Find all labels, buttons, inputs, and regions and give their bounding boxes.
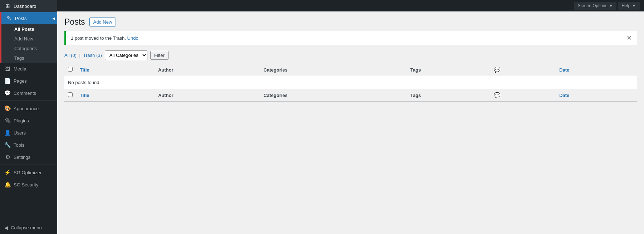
- header-categories: Categories: [260, 64, 407, 76]
- table-body: No posts found.: [64, 76, 637, 89]
- sidebar-item-pages[interactable]: 📄 Pages: [0, 75, 57, 87]
- footer-title: Title: [76, 89, 155, 102]
- notice-close-button[interactable]: ✕: [626, 35, 632, 41]
- title-sort-link[interactable]: Title: [80, 67, 89, 73]
- collapse-label: Collapse menu: [11, 225, 42, 230]
- screen-options-button[interactable]: Screen Options ▼: [574, 2, 617, 10]
- content-area: Posts Add New 1 post moved to the Trash.…: [57, 11, 644, 234]
- sidebar-item-appearance[interactable]: 🎨 Appearance: [0, 102, 57, 114]
- topbar: Screen Options ▼ Help ▼: [57, 0, 644, 11]
- sidebar-subitem-add-new[interactable]: Add New: [1, 34, 57, 44]
- title-sort-footer-link[interactable]: Title: [80, 93, 89, 98]
- header-tags: Tags: [407, 64, 490, 76]
- select-all-checkbox[interactable]: [68, 67, 73, 72]
- comment-column-footer-icon: 💬: [494, 92, 501, 98]
- plugins-icon: 🔌: [4, 117, 11, 124]
- notice-message: 1 post moved to the Trash.: [71, 35, 126, 41]
- sidebar-divider-2: [0, 165, 57, 165]
- sidebar-item-label: SG Optimizer: [14, 170, 42, 175]
- add-new-button[interactable]: Add New: [89, 18, 116, 26]
- footer-comments: 💬: [490, 89, 556, 102]
- help-button[interactable]: Help ▼: [618, 2, 640, 10]
- page-title: Posts: [64, 17, 85, 27]
- undo-link[interactable]: Undo: [127, 35, 138, 41]
- main-content: Screen Options ▼ Help ▼ Posts Add New 1 …: [57, 0, 644, 234]
- no-posts-row: No posts found.: [64, 76, 637, 89]
- sg-optimizer-icon: ⚡: [4, 169, 11, 176]
- help-arrow-icon: ▼: [632, 3, 636, 8]
- sidebar-item-comments[interactable]: 💬 Comments: [0, 87, 57, 99]
- header-author: Author: [155, 64, 260, 76]
- sidebar-subitem-categories[interactable]: Categories: [1, 44, 57, 53]
- posts-section: ✎ Posts ◀ All Posts Add New Categories T…: [0, 12, 57, 63]
- sidebar-item-label: Media: [14, 66, 26, 72]
- appearance-icon: 🎨: [4, 105, 11, 112]
- sidebar-item-sg-optimizer[interactable]: ⚡ SG Optimizer: [0, 166, 57, 179]
- trash-notice: 1 post moved to the Trash. Undo ✕: [64, 31, 637, 45]
- media-icon: 🖼: [4, 66, 11, 72]
- sidebar-item-label: Appearance: [14, 106, 39, 111]
- category-select[interactable]: All Categories: [105, 50, 147, 60]
- table-footer-row: Title Author Categories Tags 💬 Date: [64, 89, 637, 102]
- footer-checkbox-col: [64, 89, 76, 102]
- sidebar-item-media[interactable]: 🖼 Media: [0, 63, 57, 75]
- header-date: Date: [556, 64, 637, 76]
- sidebar-item-label: Dashboard: [14, 4, 36, 9]
- sidebar-item-label: Users: [14, 130, 26, 136]
- sidebar-item-dashboard[interactable]: ⊞ Dashboard: [0, 0, 57, 12]
- sidebar-item-label: Pages: [14, 78, 27, 84]
- sidebar-item-sg-security[interactable]: 🔔 SG Security: [0, 179, 57, 191]
- sidebar-item-label: Plugins: [14, 118, 29, 123]
- notice-text: 1 post moved to the Trash. Undo: [71, 35, 138, 41]
- sidebar-item-label: Tools: [14, 142, 24, 148]
- posts-icon: ✎: [6, 15, 12, 21]
- header-comments: 💬: [490, 64, 556, 76]
- settings-icon: ⚙: [4, 154, 11, 160]
- sidebar-item-posts[interactable]: ✎ Posts ◀: [1, 12, 57, 24]
- sg-security-icon: 🔔: [4, 181, 11, 188]
- posts-table: Title Author Categories Tags 💬 Date No p…: [64, 64, 637, 102]
- footer-date: Date: [556, 89, 637, 102]
- posts-submenu: All Posts Add New Categories Tags: [1, 24, 57, 63]
- header-checkbox-col: [64, 64, 76, 76]
- filter-link-all[interactable]: All (0): [64, 53, 77, 58]
- pages-icon: 📄: [4, 78, 11, 84]
- dashboard-icon: ⊞: [4, 3, 11, 9]
- sidebar-subitem-tags[interactable]: Tags: [1, 53, 57, 63]
- table-footer: Title Author Categories Tags 💬 Date: [64, 89, 637, 102]
- table-header-row: Title Author Categories Tags 💬 Date: [64, 64, 637, 76]
- sidebar-divider-1: [0, 101, 57, 101]
- posts-arrow-icon: ◀: [52, 16, 55, 20]
- sidebar-item-label: SG Security: [14, 182, 38, 187]
- sidebar: ⊞ Dashboard ✎ Posts ◀ All Posts Add New …: [0, 0, 57, 234]
- filter-link-trash[interactable]: Trash (3): [83, 53, 102, 58]
- collapse-menu[interactable]: ◀ Collapse menu: [0, 221, 57, 234]
- select-all-footer-checkbox[interactable]: [68, 92, 73, 97]
- sidebar-item-users[interactable]: 👤 Users: [0, 127, 57, 139]
- date-sort-footer-link[interactable]: Date: [559, 93, 569, 98]
- users-icon: 👤: [4, 130, 11, 136]
- table-header: Title Author Categories Tags 💬 Date: [64, 64, 637, 76]
- comment-column-icon: 💬: [494, 67, 501, 73]
- filters-row: All (0) | Trash (3) All Categories Filte…: [64, 50, 637, 60]
- sidebar-item-settings[interactable]: ⚙ Settings: [0, 151, 57, 163]
- footer-author: Author: [155, 89, 260, 102]
- sidebar-item-label: Settings: [14, 155, 30, 160]
- tools-icon: 🔧: [4, 142, 11, 148]
- sidebar-item-tools[interactable]: 🔧 Tools: [0, 139, 57, 151]
- page-header: Posts Add New: [64, 17, 637, 27]
- footer-tags: Tags: [407, 89, 490, 102]
- help-label: Help: [621, 3, 630, 8]
- sidebar-subitem-all-posts[interactable]: All Posts: [1, 24, 57, 34]
- filter-links: All (0) | Trash (3): [64, 53, 102, 58]
- date-sort-link[interactable]: Date: [559, 67, 569, 73]
- filter-separator: |: [79, 53, 82, 58]
- footer-categories: Categories: [260, 89, 407, 102]
- no-posts-message: No posts found.: [64, 76, 637, 89]
- screen-options-label: Screen Options: [578, 3, 608, 8]
- comments-icon: 💬: [4, 90, 11, 96]
- sidebar-item-plugins[interactable]: 🔌 Plugins: [0, 114, 57, 127]
- screen-options-arrow-icon: ▼: [609, 3, 613, 8]
- filter-button[interactable]: Filter: [150, 51, 169, 60]
- collapse-icon: ◀: [4, 225, 8, 230]
